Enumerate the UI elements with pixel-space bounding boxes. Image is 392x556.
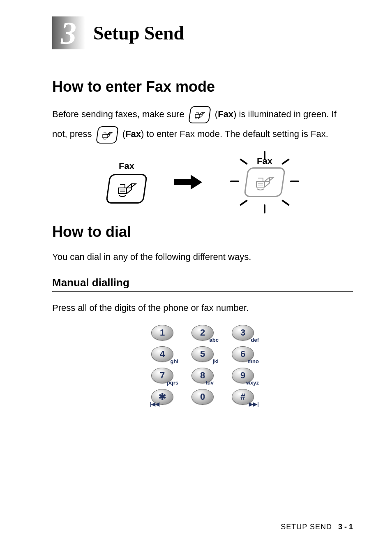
arrow-right-icon	[174, 177, 203, 187]
keypad: 1 2abc 3def 4ghi 5jkl 6mno 7pqrs 8tuv 9w…	[145, 325, 260, 405]
key-3: 3def	[228, 325, 258, 341]
page-footer: SETUP SEND 3 - 1	[281, 523, 353, 531]
key-6: 6mno	[228, 346, 258, 362]
chapter-number: 3	[61, 17, 76, 49]
key-sublabel: ghi	[171, 358, 179, 364]
key-digit: 3	[240, 327, 245, 338]
diagram-before: Fax	[108, 161, 145, 204]
chapter-header: 3 Setup Send	[52, 16, 353, 49]
key-digit: 6	[240, 349, 245, 359]
key-1: 1	[147, 325, 178, 341]
fax-button-icon-lit	[244, 167, 286, 197]
fax-mode-diagram: Fax Fax	[52, 153, 353, 211]
section-heading-fax-mode: How to enter Fax mode	[52, 78, 353, 95]
key-digit: 2	[200, 327, 205, 338]
fax-button-icon	[106, 174, 148, 204]
dial-intro-text: You can dial in any of the following dif…	[52, 250, 353, 264]
key-digit: 8	[200, 370, 205, 381]
keypad-row: 7pqrs 8tuv 9wxyz	[145, 368, 260, 383]
key-sublabel: jkl	[213, 358, 219, 364]
key-digit: 1	[160, 327, 165, 338]
section-heading-dial: How to dial	[52, 223, 353, 241]
footer-section: SETUP SEND	[281, 523, 332, 531]
keypad-row: 4ghi 5jkl 6mno	[145, 346, 260, 362]
chapter-badge: 3	[52, 16, 85, 49]
keypad-row: 1 2abc 3def	[145, 325, 260, 341]
key-0: 0	[187, 389, 218, 405]
fax-icon	[188, 106, 211, 123]
text-segment: ) to enter Fax mode. The default setting…	[141, 129, 328, 139]
fax-bold: Fax	[218, 109, 233, 119]
key-digit: #	[240, 392, 245, 402]
key-sublabel: abc	[210, 337, 219, 343]
diagram-label-left: Fax	[119, 161, 134, 171]
key-digit: 5	[200, 349, 205, 359]
key-8: 8tuv	[187, 368, 218, 383]
divider	[52, 291, 353, 292]
chapter-title: Setup Send	[93, 22, 184, 44]
fax-mode-paragraph: Before sending faxes, make sure (Fax) is…	[52, 104, 353, 144]
key-sublabel: tuv	[206, 380, 214, 386]
key-5: 5jkl	[187, 346, 218, 362]
key-digit: ✱	[159, 392, 166, 402]
key-7: 7pqrs	[147, 368, 178, 383]
diagram-after: Fax	[232, 153, 297, 211]
fax-bold: Fax	[125, 129, 141, 139]
key-9: 9wxyz	[228, 368, 258, 383]
key-2: 2abc	[187, 325, 218, 341]
key-sublabel: pqrs	[167, 380, 178, 386]
fax-button-lit: Fax	[232, 153, 297, 211]
keypad-row: ✱|◀◀ 0 #▶▶|	[145, 389, 260, 405]
key-hash: #▶▶|	[228, 389, 258, 405]
key-sublabel: wxyz	[246, 380, 259, 386]
key-digit: 7	[160, 370, 165, 381]
skip-forward-icon: ▶▶|	[249, 401, 259, 407]
key-sublabel: mno	[248, 358, 259, 364]
text-segment: Before sending faxes, make sure	[52, 109, 187, 119]
key-digit: 0	[200, 392, 205, 402]
key-digit: 9	[240, 370, 245, 381]
skip-back-icon: |◀◀	[150, 401, 159, 407]
fax-icon	[96, 126, 119, 144]
key-sublabel: def	[251, 337, 259, 343]
key-star: ✱|◀◀	[147, 389, 178, 405]
key-4: 4ghi	[147, 346, 178, 362]
subsection-heading-manual: Manual dialling	[52, 276, 353, 289]
footer-page-number: 3 - 1	[338, 523, 353, 531]
manual-dial-text: Press all of the digits of the phone or …	[52, 301, 353, 315]
key-digit: 4	[160, 349, 165, 359]
